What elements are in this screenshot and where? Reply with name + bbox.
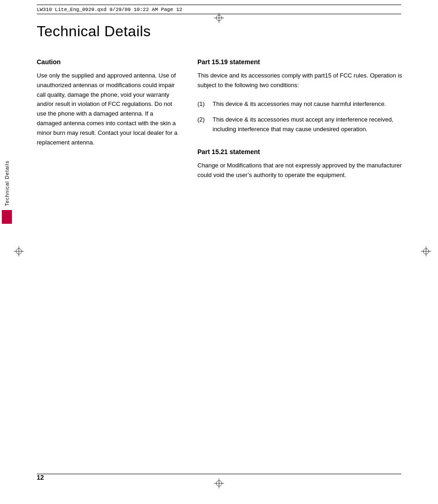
list-item-1-text: This device & its accessories may not ca… (213, 100, 415, 109)
bottom-crosshair (214, 478, 224, 490)
header-bar: LW310 Lite_Eng_0929.qxd 9/29/09 10:22 AM… (37, 5, 401, 12)
page-title: Technical Details (37, 23, 415, 40)
part-1521-section: Part 15.21 statement Change or Modificat… (197, 148, 415, 180)
list-item-2-text: This device & its accessories must accep… (213, 115, 415, 134)
sidebar-tab: Technical Details (0, 161, 14, 252)
columns: Caution Use only the supplied and approv… (37, 58, 415, 194)
part-1519-section: Part 15.19 statement This device and its… (197, 58, 415, 134)
list-item-1: (1) This device & its accessories may no… (197, 100, 415, 109)
left-crosshair (14, 246, 24, 258)
part-1519-heading: Part 15.19 statement (197, 58, 415, 66)
part-1521-body: Change or Modifications that are not exp… (197, 161, 415, 180)
page-number: 12 (37, 474, 44, 481)
left-column: Caution Use only the supplied and approv… (37, 58, 179, 194)
main-content: Technical Details Caution Use only the s… (37, 23, 415, 467)
caution-body: Use only the supplied and approved anten… (37, 71, 179, 147)
sidebar-label: Technical Details (4, 161, 10, 206)
sidebar-bar (2, 210, 12, 224)
part-1519-intro: This device and its accessories comply w… (197, 71, 415, 90)
top-rule (37, 14, 401, 14)
caution-heading: Caution (37, 58, 179, 66)
list-item-1-num: (1) (197, 100, 209, 109)
list-item-2-num: (2) (197, 115, 209, 134)
right-column: Part 15.19 statement This device and its… (197, 58, 415, 194)
right-crosshair (421, 246, 431, 258)
part-1521-heading: Part 15.21 statement (197, 148, 415, 155)
bottom-rule (37, 474, 401, 474)
header-text: LW310 Lite_Eng_0929.qxd 9/29/09 10:22 AM… (37, 7, 182, 12)
list-item-2: (2) This device & its accessories must a… (197, 115, 415, 134)
